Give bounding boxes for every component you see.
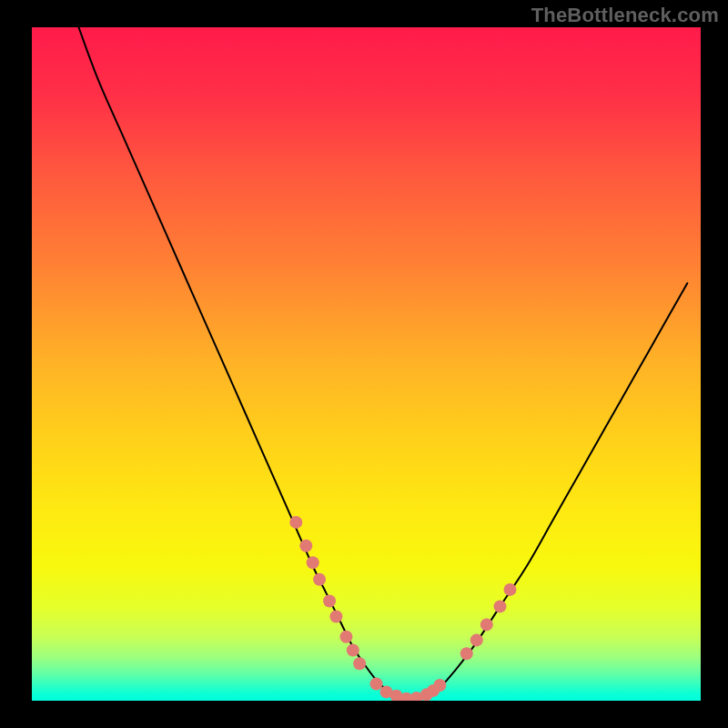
plot-area (32, 27, 701, 701)
gradient-background (32, 27, 701, 701)
left-slope-dots (323, 594, 336, 607)
right-slope-dots (470, 633, 483, 646)
bottleneck-chart (32, 27, 701, 701)
valley-dots (433, 679, 446, 692)
left-slope-dots (347, 644, 359, 657)
left-slope-dots (313, 573, 326, 586)
left-slope-dots (289, 516, 302, 529)
valley-dots (370, 678, 383, 691)
right-slope-dots (480, 618, 493, 631)
right-slope-dots (494, 600, 507, 612)
right-slope-dots (460, 647, 473, 660)
left-slope-dots (353, 657, 366, 670)
left-slope-dots (307, 556, 319, 569)
left-slope-dots (329, 611, 342, 623)
watermark-text: TheBottleneck.com (531, 4, 719, 27)
right-slope-dots (504, 583, 517, 596)
chart-frame: TheBottleneck.com (0, 0, 728, 728)
left-slope-dots (299, 540, 312, 552)
left-slope-dots (339, 631, 352, 643)
